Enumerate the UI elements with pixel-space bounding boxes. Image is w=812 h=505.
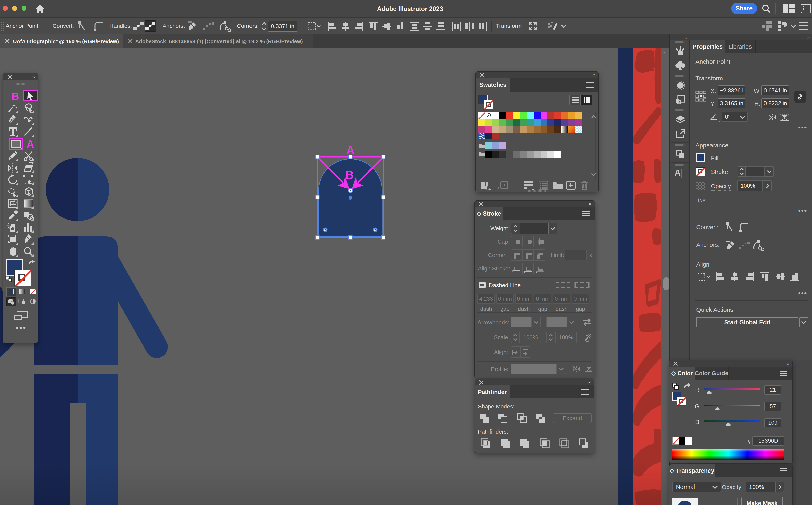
svg-text:B: B — [345, 168, 354, 181]
svg-text:A: A — [346, 144, 354, 156]
